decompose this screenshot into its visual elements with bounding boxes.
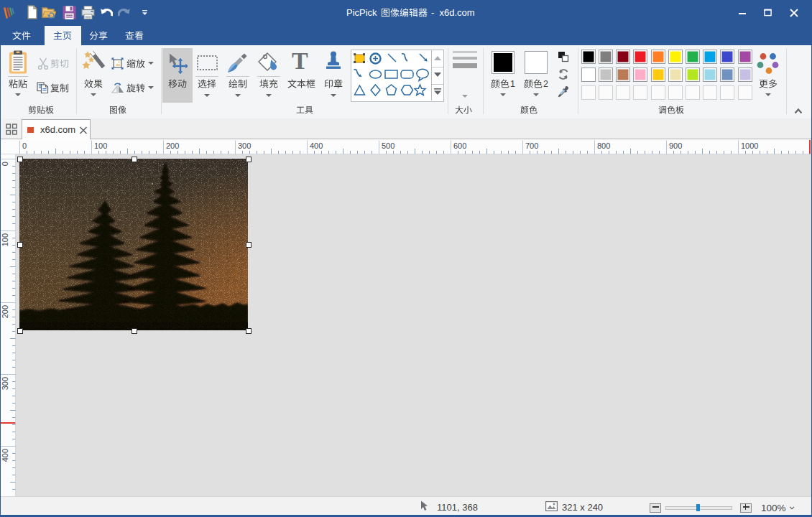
svg-text:700: 700 [525,141,538,150]
svg-text:1000: 1000 [741,141,758,150]
svg-text:100: 100 [94,141,107,150]
svg-text:300: 300 [238,141,251,150]
svg-text:600: 600 [453,141,466,150]
svg-text:0: 0 [1,162,9,166]
svg-text:400: 400 [310,141,323,150]
svg-text:300: 300 [1,377,9,390]
svg-text:100: 100 [1,233,9,246]
svg-text:200: 200 [1,305,9,318]
svg-text:400: 400 [1,449,9,462]
svg-text:500: 500 [382,141,395,150]
svg-text:800: 800 [597,141,610,150]
svg-text:900: 900 [669,141,682,150]
svg-text:200: 200 [166,141,179,150]
svg-text:0: 0 [22,141,27,150]
